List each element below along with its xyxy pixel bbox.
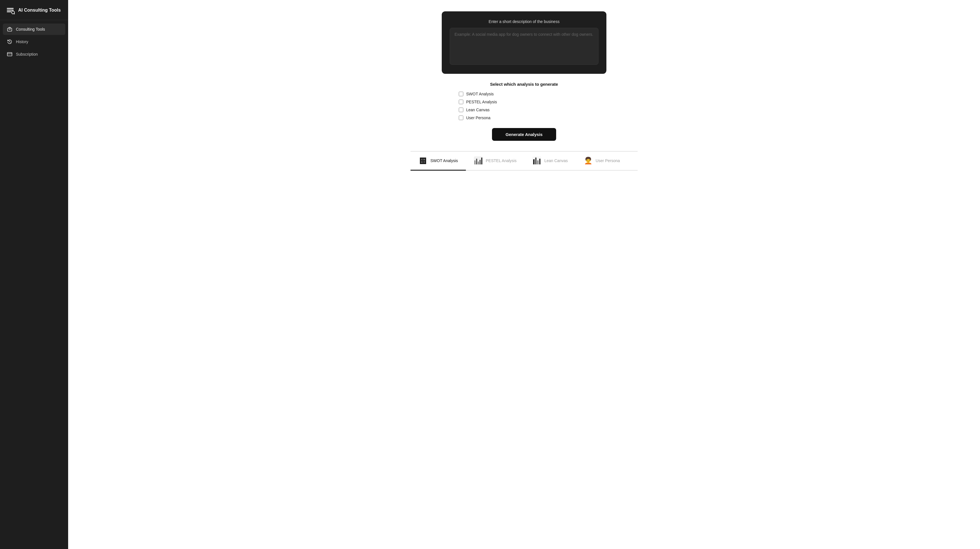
- sidebar-item-subscription-label: Subscription: [16, 52, 38, 56]
- svg-line-4: [14, 14, 15, 14]
- analysis-section: Select which analysis to generate SWOT A…: [442, 82, 606, 120]
- tab-pestel[interactable]: PESTEL Analysis: [466, 151, 524, 170]
- svg-rect-2: [7, 11, 11, 12]
- briefcase-icon: [7, 26, 13, 32]
- checkbox-swot-input[interactable]: [459, 92, 463, 96]
- persona-tab-icon: 🧑‍🦱: [584, 156, 593, 165]
- lean-tab-icon: [532, 156, 541, 165]
- checkbox-swot[interactable]: SWOT Analysis: [459, 92, 494, 96]
- sidebar-header: AI Consulting Tools: [0, 0, 68, 20]
- tab-persona-label: User Persona: [596, 158, 620, 163]
- tab-swot[interactable]: S W O T SWOT Analysis: [410, 151, 466, 170]
- checkbox-persona-input[interactable]: [459, 116, 463, 120]
- sidebar-nav: Consulting Tools History Subscription: [0, 20, 68, 63]
- business-description-input[interactable]: [450, 28, 598, 65]
- sidebar-item-history[interactable]: History: [3, 36, 65, 48]
- checkboxes-container: SWOT Analysis PESTEL Analysis Lean Canva…: [442, 92, 606, 120]
- tab-lean-label: Lean Canvas: [544, 158, 568, 163]
- checkbox-pestel-input[interactable]: [459, 100, 463, 104]
- checkbox-lean-label: Lean Canvas: [466, 108, 490, 112]
- checkbox-lean-input[interactable]: [459, 108, 463, 112]
- tabs-container: S W O T SWOT Analysis: [410, 151, 638, 170]
- analysis-title: Select which analysis to generate: [442, 82, 606, 87]
- sidebar: AI Consulting Tools Consulting Tools: [0, 0, 68, 549]
- app-logo-icon: [6, 6, 15, 15]
- sidebar-item-history-label: History: [16, 40, 29, 44]
- swot-tab-icon: S W O T: [418, 156, 428, 165]
- tab-persona[interactable]: 🧑‍🦱 User Persona: [576, 151, 628, 170]
- svg-rect-8: [7, 53, 12, 56]
- sidebar-item-consulting-tools[interactable]: Consulting Tools: [3, 24, 65, 35]
- sidebar-item-consulting-tools-label: Consulting Tools: [16, 27, 45, 32]
- pestel-tab-icon: [474, 156, 483, 165]
- checkbox-pestel[interactable]: PESTEL Analysis: [459, 100, 497, 104]
- input-card-label: Enter a short description of the busines…: [450, 19, 598, 24]
- checkbox-persona[interactable]: User Persona: [459, 116, 490, 120]
- checkbox-lean[interactable]: Lean Canvas: [459, 108, 490, 112]
- credit-card-icon: [7, 51, 13, 57]
- sidebar-item-subscription[interactable]: Subscription: [3, 49, 65, 60]
- app-title: AI Consulting Tools: [18, 8, 61, 13]
- checkbox-swot-label: SWOT Analysis: [466, 92, 494, 96]
- tab-lean[interactable]: Lean Canvas: [524, 151, 576, 170]
- svg-rect-5: [8, 28, 12, 31]
- main-content: Enter a short description of the busines…: [68, 0, 980, 549]
- generate-button[interactable]: Generate Analysis: [492, 128, 556, 141]
- checkbox-pestel-label: PESTEL Analysis: [466, 100, 497, 104]
- checkbox-persona-label: User Persona: [466, 116, 490, 120]
- input-card: Enter a short description of the busines…: [442, 11, 606, 74]
- svg-rect-1: [7, 10, 14, 11]
- history-icon: [7, 39, 13, 45]
- svg-rect-0: [7, 8, 14, 9]
- tab-swot-label: SWOT Analysis: [430, 158, 458, 163]
- tab-pestel-label: PESTEL Analysis: [486, 158, 516, 163]
- tabs-row: S W O T SWOT Analysis: [410, 151, 638, 170]
